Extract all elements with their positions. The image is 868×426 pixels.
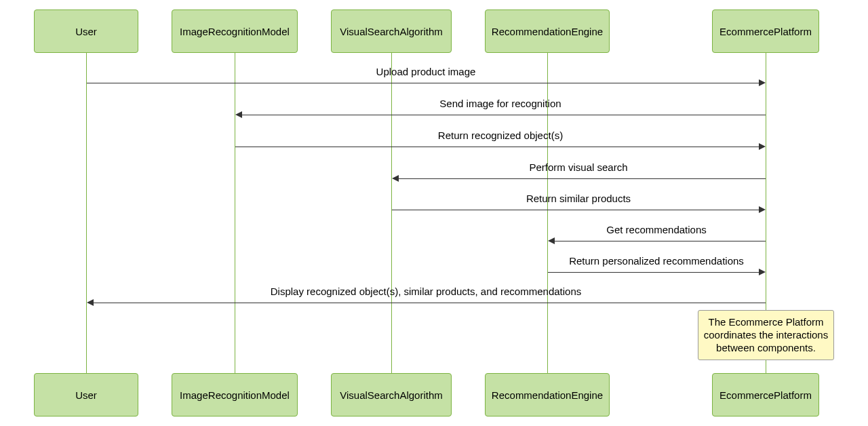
- note-box: The Ecommerce Platform coordinates the i…: [698, 310, 834, 360]
- note-line: The Ecommerce Platform: [708, 316, 823, 328]
- note-line: coordinates the interactions: [704, 329, 828, 341]
- message-arrow: [554, 241, 766, 241]
- participant-label: EcommercePlatform: [719, 26, 812, 37]
- participant-label: VisualSearchAlgorithm: [340, 26, 442, 37]
- arrow-head-icon: [759, 79, 766, 86]
- message-arrow: [398, 178, 766, 179]
- participant-label: RecommendationEngine: [492, 26, 603, 37]
- participant-label: User: [75, 26, 97, 37]
- arrow-head-icon: [759, 143, 766, 150]
- participant-ep-bottom: EcommercePlatform: [712, 373, 819, 417]
- participant-vsa-top: VisualSearchAlgorithm: [331, 9, 452, 53]
- arrow-head-icon: [392, 175, 399, 182]
- message-label: Perform visual search: [529, 161, 627, 173]
- participant-re-bottom: RecommendationEngine: [485, 373, 610, 417]
- lifeline-irm: [235, 53, 235, 373]
- participant-vsa-bottom: VisualSearchAlgorithm: [331, 373, 452, 417]
- lifeline-vsa: [391, 53, 392, 373]
- message-arrow: [93, 303, 766, 303]
- message-arrow: [87, 83, 759, 83]
- arrow-head-icon: [87, 299, 94, 306]
- message-label: Send image for recognition: [439, 98, 561, 109]
- participant-irm-top: ImageRecognitionModel: [172, 9, 298, 53]
- participant-re-top: RecommendationEngine: [485, 9, 610, 53]
- message-arrow: [241, 115, 766, 115]
- message-arrow: [235, 147, 759, 147]
- message-label: Upload product image: [376, 66, 476, 77]
- participant-label: ImageRecognitionModel: [180, 26, 290, 37]
- message-arrow: [392, 210, 759, 210]
- participant-user-top: User: [34, 9, 138, 53]
- message-label: Return similar products: [526, 193, 631, 204]
- participant-user-bottom: User: [34, 373, 138, 417]
- message-label: Get recommendations: [606, 224, 707, 235]
- lifeline-user: [86, 53, 87, 373]
- participant-label: ImageRecognitionModel: [180, 389, 290, 401]
- message-arrow: [548, 272, 759, 273]
- participant-label: EcommercePlatform: [719, 389, 812, 401]
- participant-label: User: [75, 389, 97, 401]
- participant-ep-top: EcommercePlatform: [712, 9, 819, 53]
- message-label: Display recognized object(s), similar pr…: [271, 286, 582, 297]
- arrow-head-icon: [548, 237, 555, 244]
- note-line: between components.: [716, 342, 816, 353]
- participant-irm-bottom: ImageRecognitionModel: [172, 373, 298, 417]
- arrow-head-icon: [759, 269, 766, 275]
- message-label: Return recognized object(s): [438, 130, 563, 141]
- arrow-head-icon: [235, 111, 242, 118]
- message-label: Return personalized recommendations: [569, 255, 744, 267]
- arrow-head-icon: [759, 206, 766, 213]
- participant-label: VisualSearchAlgorithm: [340, 389, 442, 401]
- participant-label: RecommendationEngine: [492, 389, 603, 401]
